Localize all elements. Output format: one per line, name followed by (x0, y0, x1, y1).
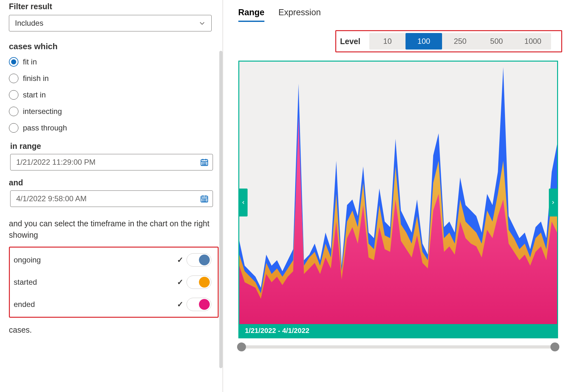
level-500[interactable]: 500 (478, 33, 515, 50)
svg-point-17 (202, 201, 203, 201)
level-250[interactable]: 250 (442, 33, 478, 50)
radio-label: intersecting (23, 107, 62, 116)
svg-point-6 (206, 163, 206, 163)
radio-indicator (9, 90, 18, 100)
level-row: Level 10 100 250 500 1000 (335, 30, 562, 52)
svg-point-5 (204, 163, 205, 163)
left-panel: Filter result Includes cases which fit i… (0, 0, 222, 392)
timeframe-chart[interactable]: 1/21/2022 - 4/1/2022 (238, 61, 558, 338)
range-thumb-left[interactable] (237, 342, 246, 351)
radio-label: finish in (23, 74, 49, 83)
radio-indicator (9, 107, 18, 116)
svg-point-7 (202, 164, 203, 165)
svg-point-19 (206, 201, 206, 201)
svg-point-18 (204, 201, 205, 201)
range-slider[interactable] (238, 345, 558, 349)
toggle-ongoing[interactable] (187, 253, 211, 267)
filter-result-value: Includes (15, 19, 43, 28)
level-segmented: 10 100 250 500 1000 (369, 33, 551, 50)
legend-ongoing: ongoing ✓ (14, 253, 211, 267)
filter-result-select[interactable]: Includes (9, 15, 212, 31)
desc-text: and you can select the timeframe in the … (9, 218, 212, 241)
date-from-value: 1/21/2022 11:29:00 PM (16, 158, 96, 167)
svg-point-4 (202, 163, 203, 163)
legend-ended: ended ✓ (14, 298, 211, 311)
toggle-ended[interactable] (187, 298, 211, 311)
svg-point-14 (202, 199, 203, 200)
toggle-started[interactable] (187, 276, 211, 289)
legend-label: started (14, 278, 37, 287)
date-to-value: 4/1/2022 9:58:00 AM (16, 194, 87, 203)
svg-point-9 (206, 164, 206, 165)
legend-label: ended (14, 300, 35, 309)
radio-intersecting[interactable]: intersecting (9, 107, 214, 116)
cases-which-label: cases which (9, 42, 214, 51)
radio-indicator (9, 123, 18, 133)
scrollbar[interactable] (219, 51, 222, 368)
chevron-down-icon (199, 20, 206, 27)
legend-label: ongoing (14, 256, 41, 264)
level-label: Level (340, 37, 360, 46)
radio-start-in[interactable]: start in (9, 90, 214, 100)
check-icon: ✓ (177, 300, 183, 309)
radio-label: fit in (23, 57, 37, 66)
in-range-label: in range (10, 142, 214, 151)
radio-label: start in (23, 90, 46, 99)
chart-date-banner: 1/21/2022 - 4/1/2022 (239, 324, 557, 337)
tab-expression[interactable]: Expression (278, 8, 321, 22)
radio-indicator (9, 74, 18, 83)
radio-indicator (9, 57, 18, 67)
filter-result-label: Filter result (9, 2, 214, 11)
chart-handle-left[interactable] (239, 189, 248, 216)
svg-point-8 (204, 164, 205, 165)
level-10[interactable]: 10 (369, 33, 406, 50)
level-1000[interactable]: 1000 (515, 33, 551, 50)
right-panel: Range Expression Level 10 100 250 500 10… (223, 0, 566, 392)
date-to-input[interactable]: 4/1/2022 9:58:00 AM (10, 190, 213, 207)
svg-point-16 (206, 199, 206, 200)
radio-label: pass through (23, 123, 67, 132)
range-thumb-right[interactable] (550, 342, 559, 351)
calendar-icon (200, 158, 209, 167)
tab-range[interactable]: Range (238, 8, 265, 22)
date-from-input[interactable]: 1/21/2022 11:29:00 PM (10, 154, 213, 170)
tabs: Range Expression (238, 8, 564, 22)
and-label: and (9, 178, 214, 187)
check-icon: ✓ (177, 256, 183, 264)
legend-box: ongoing ✓ started ✓ ended ✓ (9, 247, 219, 318)
chart-handle-right[interactable] (549, 189, 557, 216)
radio-finish-in[interactable]: finish in (9, 74, 214, 83)
svg-point-15 (204, 199, 205, 200)
radio-fit-in[interactable]: fit in (9, 57, 214, 67)
level-100[interactable]: 100 (406, 33, 442, 50)
calendar-icon (200, 194, 209, 203)
check-icon: ✓ (177, 278, 183, 287)
radio-pass-through[interactable]: pass through (9, 123, 214, 133)
trailing-text: cases. (9, 325, 214, 335)
legend-started: started ✓ (14, 276, 211, 289)
